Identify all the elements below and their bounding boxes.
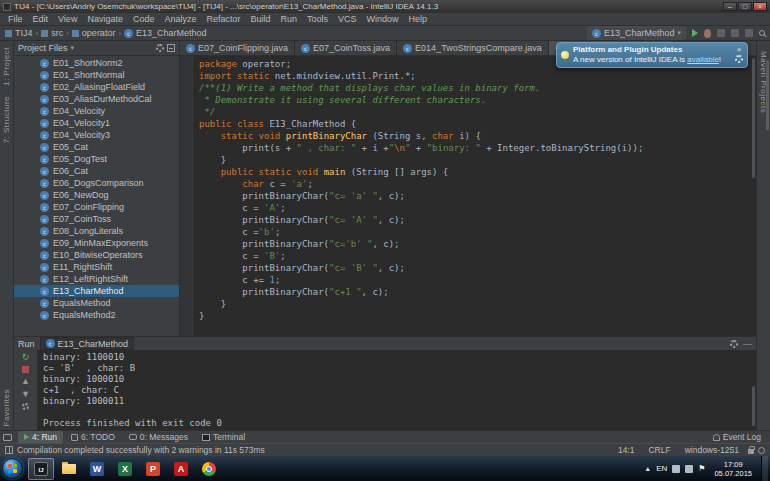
gear-icon[interactable]: [730, 340, 738, 348]
stop-icon[interactable]: [22, 366, 29, 373]
code-area[interactable]: package operator;import static net.mindv…: [199, 58, 748, 322]
menu-tools[interactable]: Tools: [302, 14, 333, 24]
toolwindow-button-0-messages[interactable]: 0: Messages: [123, 431, 194, 443]
menu-build[interactable]: Build: [245, 14, 275, 24]
minimize-button[interactable]: –: [723, 2, 737, 11]
caret-position[interactable]: 14:1: [613, 445, 640, 455]
project-tree-item-e02-aliasingfloatfield[interactable]: cE02_AliasingFloatField: [14, 81, 179, 93]
debug-button[interactable]: [704, 29, 711, 38]
menu-file[interactable]: File: [3, 14, 28, 24]
menu-view[interactable]: View: [53, 14, 82, 24]
taskbar-icon-powerpoint[interactable]: P: [140, 458, 166, 480]
menu-navigate[interactable]: Navigate: [82, 14, 128, 24]
toolwindow-switcher-icon[interactable]: [3, 434, 12, 441]
run-configuration-selector[interactable]: c E13_CharMethod ▾: [587, 26, 686, 40]
encoding-indicator[interactable]: windows-1251: [680, 445, 744, 455]
start-button[interactable]: [2, 458, 23, 479]
menu-window[interactable]: Window: [362, 14, 404, 24]
breadcrumb-item-tij4[interactable]: TIJ4: [15, 28, 33, 38]
show-desktop-button[interactable]: [761, 456, 768, 481]
hide-panel-icon[interactable]: —: [743, 339, 752, 349]
console-output[interactable]: binary: 1100010c= 'B' , char: Bbinary: 1…: [38, 350, 756, 430]
line-separator-indicator[interactable]: CRLF: [643, 445, 675, 455]
project-tree-item-e05-cat[interactable]: cE05_Cat: [14, 141, 179, 153]
notification-link[interactable]: available: [687, 55, 719, 64]
menu-vcs[interactable]: VCS: [333, 14, 362, 24]
lock-icon[interactable]: [748, 449, 754, 454]
code-editor[interactable]: package operator;import static net.mindv…: [180, 56, 756, 336]
notification-balloon[interactable]: Platform and Plugin Updates A new versio…: [556, 42, 748, 68]
search-icon[interactable]: [759, 30, 765, 36]
taskbar-icon-explorer[interactable]: [56, 458, 82, 480]
project-view-selector[interactable]: Project Files: [18, 43, 68, 53]
editor-scrollbar[interactable]: [752, 58, 755, 178]
editor-tab-e07-cointoss-java[interactable]: cE07_CoinToss.java: [295, 41, 397, 55]
run-button[interactable]: [692, 29, 698, 37]
project-tree-item-e01-shortnorm2[interactable]: cE01_ShortNorm2: [14, 57, 179, 69]
window-titlebar[interactable]: TIJ4 - [C:\Users\Andriy Osemchuk\workspa…: [0, 0, 770, 13]
project-tree-item-e07-coinflipping[interactable]: cE07_CoinFlipping: [14, 201, 179, 213]
breadcrumb-item-operator[interactable]: operator: [82, 28, 116, 38]
gear-icon[interactable]: [156, 44, 164, 52]
menu-help[interactable]: Help: [404, 14, 433, 24]
project-tree-item-e06-dogscomparison[interactable]: cE06_DogsComparison: [14, 177, 179, 189]
taskbar-icon-intellij[interactable]: IJ: [28, 458, 54, 480]
up-stack-icon[interactable]: ▲: [21, 377, 30, 386]
project-tree-item-e05-dogtest[interactable]: cE05_DogTest: [14, 153, 179, 165]
taskbar-clock[interactable]: 17:09 05.07.2015: [710, 460, 756, 478]
run-panel-tab[interactable]: c E13_CharMethod: [40, 337, 135, 350]
volume-icon[interactable]: [672, 465, 680, 473]
toolwindow-button-1-project[interactable]: 1: Project: [2, 47, 11, 86]
settings-icon[interactable]: [745, 29, 753, 37]
down-stack-icon[interactable]: ▼: [21, 390, 30, 399]
menu-analyze[interactable]: Analyze: [159, 14, 201, 24]
stop-button[interactable]: [731, 29, 739, 37]
toolwindow-button-7-structure[interactable]: 7: Structure: [2, 96, 11, 143]
project-tree-item-e09-minmaxexponents[interactable]: cE09_MinMaxExponents: [14, 237, 179, 249]
menu-refactor[interactable]: Refactor: [201, 14, 245, 24]
coverage-button[interactable]: [717, 29, 725, 37]
project-tree-item-e03-aliasdurmethodcal[interactable]: cE03_AliasDurMethodCal: [14, 93, 179, 105]
project-tree-scrollbar[interactable]: [766, 60, 769, 130]
menu-edit[interactable]: Edit: [28, 14, 54, 24]
menu-code[interactable]: Code: [128, 14, 160, 24]
taskbar-icon-acrobat[interactable]: A: [168, 458, 194, 480]
project-tree-item-e08-longliterals[interactable]: cE08_LongLiterals: [14, 225, 179, 237]
taskbar-icon-chrome[interactable]: [196, 458, 222, 480]
breadcrumb-item-src[interactable]: src: [51, 28, 63, 38]
console-scrollbar[interactable]: [752, 386, 755, 426]
gear-icon[interactable]: [735, 55, 743, 63]
breadcrumb-item-e13-charmethod[interactable]: E13_CharMethod: [136, 28, 207, 38]
rerun-icon[interactable]: ↻: [22, 353, 30, 362]
project-tree-item-e01-shortnormal[interactable]: cE01_ShortNormal: [14, 69, 179, 81]
toolwindow-grid-icon[interactable]: [5, 446, 13, 454]
project-tree-item-e04-velocity1[interactable]: cE04_Velocity1: [14, 117, 179, 129]
close-button[interactable]: ×: [753, 2, 767, 11]
project-tree-item-e12-leftrightshift[interactable]: cE12_LeftRightShift: [14, 273, 179, 285]
project-tree[interactable]: cE01_ShortNorm2cE01_ShortNormalcE02_Alia…: [14, 56, 180, 336]
project-tree-item-e10-bitwiseoperators[interactable]: cE10_BitwiseOperators: [14, 249, 179, 261]
project-tree-item-e04-velocity3[interactable]: cE04_Velocity3: [14, 129, 179, 141]
project-tree-item-equalsmethod2[interactable]: cEqualsMethod2: [14, 309, 179, 321]
toolwindow-button-4-run[interactable]: 4: Run: [18, 431, 63, 443]
pin-icon[interactable]: [22, 403, 29, 410]
collapse-all-icon[interactable]: [167, 44, 175, 52]
maximize-button[interactable]: □: [738, 2, 752, 11]
menu-run[interactable]: Run: [276, 14, 303, 24]
editor-tab-e07-coinflipping-java[interactable]: cE07_CoinFlipping.java: [180, 41, 295, 55]
project-tree-item-e06-newdog[interactable]: cE06_NewDog: [14, 189, 179, 201]
toolwindow-button-6-todo[interactable]: 6: TODO: [65, 431, 121, 443]
event-log-button[interactable]: Event Log: [707, 431, 767, 443]
close-icon[interactable]: ×: [737, 47, 742, 53]
project-tree-item-e04-velocity[interactable]: cE04_Velocity: [14, 105, 179, 117]
hidden-icons-arrow[interactable]: ▲: [644, 465, 651, 472]
project-tree-item-e11-rightshift[interactable]: cE11_RightShift: [14, 261, 179, 273]
project-tree-item-equalsmethod[interactable]: cEqualsMethod: [14, 297, 179, 309]
network-icon[interactable]: [685, 465, 693, 473]
project-tree-item-e13-charmethod[interactable]: cE13_CharMethod: [14, 285, 179, 297]
language-indicator[interactable]: EN: [656, 464, 667, 473]
editor-tab-e014-twostringscompare-java[interactable]: cE014_TwoStringsCompare.java: [397, 41, 549, 55]
action-center-flag-icon[interactable]: ⚑: [698, 464, 705, 473]
project-tree-item-e06-cat[interactable]: cE06_Cat: [14, 165, 179, 177]
inspection-profile-icon[interactable]: [758, 447, 765, 454]
